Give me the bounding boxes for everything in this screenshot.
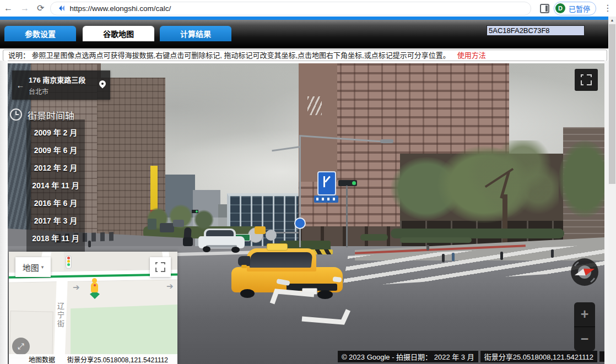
instruction-bar: 说明： 参照卫星图像点选两点可获得海拔数据,右键点击可删除标记, 拖动标记可改变… [3, 50, 607, 61]
fullscreen-icon [155, 262, 165, 272]
drag-arrow-icon[interactable]: ➔ [166, 281, 174, 291]
usage-link[interactable]: 使用方法 [457, 51, 486, 59]
profile-status-label: 已暂停 [569, 3, 590, 14]
expand-icon: ⤢ [18, 341, 24, 351]
hotel-sign-wall [299, 63, 337, 182]
reload-icon[interactable]: ⟳ [37, 0, 44, 17]
timeline-item[interactable]: 2018 年 11 月 [26, 230, 85, 247]
traffic-light-icon [66, 256, 72, 269]
map-attribution-bar: 地图数据 街景分享25.0518008,121.5421112 [9, 354, 177, 364]
blue-info-sign [314, 195, 338, 203]
url-text: https://www.elongshi.com/calc/ [69, 4, 171, 13]
pedestrian [426, 245, 429, 251]
profile-chip[interactable]: D 已暂停 [554, 2, 596, 15]
attribution-stub [599, 351, 604, 362]
left-margin [0, 61, 8, 364]
pedestrian [452, 253, 455, 261]
hotel-logo [307, 96, 322, 115]
pegman[interactable] [89, 278, 100, 300]
traffic-light [338, 180, 357, 186]
address-city: 台北市 [29, 86, 97, 96]
streetview-canvas[interactable]: ← 176 南京東路三段 台北市 街景时间轴 2009 年 2 月 2009 年… [8, 63, 604, 364]
map-pin-icon[interactable] [97, 70, 110, 100]
distant-vehicle [148, 219, 156, 230]
timeline-item[interactable]: 2014 年 11 月 [26, 177, 85, 194]
distant-car [160, 223, 174, 232]
site-favicon [57, 4, 65, 12]
drag-arrow-icon[interactable]: ➔ [73, 282, 80, 292]
address-panel: ← 176 南京東路三段 台北市 [12, 70, 110, 100]
round-sign-back [266, 230, 277, 241]
timeline-item[interactable]: 2009 年 2 月 [26, 124, 85, 142]
pedestrian [88, 241, 91, 247]
distant-car [173, 220, 184, 227]
google-copyright: © 2023 Google - 拍摄日期： 2022 年 3 月 [338, 351, 478, 362]
map-park-area [71, 305, 177, 355]
clock-icon [10, 108, 22, 121]
inset-expand-button[interactable]: ⤢ [12, 338, 30, 355]
street-name-label: 辽宁街 [55, 302, 66, 329]
hedge-row [360, 234, 388, 241]
back-arrow-icon[interactable]: ← [12, 80, 29, 90]
map-type-button[interactable]: 地图 ▾ [15, 257, 51, 277]
tree-trunk [502, 194, 507, 251]
tab-parameter-settings[interactable]: 参数设置 [4, 26, 76, 41]
pedestrian [500, 252, 503, 260]
scrollbar-up-icon[interactable]: ▲ [608, 17, 616, 22]
page-scrollbar: ▲ [608, 17, 616, 364]
tab-google-map[interactable]: 谷歌地图 [83, 26, 154, 41]
tab-calc-result[interactable]: 计算结果 [160, 26, 231, 41]
zoom-out-button[interactable]: − [574, 327, 595, 351]
motorcycle-rider [183, 227, 194, 247]
distant-taxi [255, 226, 266, 234]
fullscreen-icon [581, 74, 592, 85]
browser-toolbar: ← → ⟳ https://www.elongshi.com/calc/ D 已… [0, 0, 616, 17]
attribution-bar: © 2023 Google - 拍摄日期： 2022 年 3 月 街景分享25.… [338, 351, 604, 362]
scrollbar-thumb[interactable] [609, 24, 615, 184]
compass-control[interactable] [570, 258, 599, 286]
avatar: D [555, 3, 565, 13]
timeline-item[interactable]: 2016 年 6 月 [26, 194, 85, 212]
back-icon[interactable]: ← [4, 0, 13, 17]
pedestrian [442, 254, 445, 262]
streetview-fullscreen-button[interactable] [575, 69, 598, 91]
zoom-in-button[interactable]: + [574, 302, 595, 327]
road-arrow-markings [267, 284, 388, 328]
blue-highway-sign [317, 171, 336, 195]
street-lamp-head [380, 139, 393, 143]
map-type-label: 地图 [23, 262, 39, 273]
map-data-label[interactable]: 地图数据 [29, 355, 55, 364]
large-tree-crown [465, 140, 559, 223]
address-bar[interactable]: https://www.elongshi.com/calc/ [50, 2, 531, 15]
timeline-item[interactable]: 2017 年 3 月 [26, 212, 85, 230]
zoom-control: + − [574, 302, 595, 351]
traffic-light-pole [346, 186, 348, 247]
map-fullscreen-button[interactable] [150, 257, 171, 277]
pedestrian [551, 249, 554, 258]
street-lamp-pole [299, 136, 301, 247]
timeline-item[interactable]: 2009 年 6 月 [26, 142, 85, 159]
hedge-row [400, 237, 472, 243]
blue-circle-sign [294, 218, 306, 229]
serial-input[interactable] [487, 25, 585, 36]
forward-icon[interactable]: → [20, 0, 29, 17]
right-margin [604, 61, 608, 364]
map-share-label[interactable]: 街景分享25.0518008,121.5421112 [67, 355, 168, 364]
address-title: 176 南京東路三段 [29, 74, 97, 85]
timeline-item[interactable]: 2012 年 2 月 [26, 159, 85, 177]
menu-icon[interactable]: ⋮ [603, 0, 612, 17]
caret-down-icon: ▾ [41, 264, 44, 270]
timeline-panel: 2009 年 2 月 2009 年 6 月 2012 年 2 月 2014 年 … [26, 119, 85, 256]
traffic-light-far [192, 210, 198, 213]
map-inset[interactable]: 地图 ▾ ➔ ➔ 辽宁街 ⤢ 地图数据 街景分享25.0518008,121.5… [9, 252, 177, 364]
instruction-text: 说明： 参照卫星图像点选两点可获得海拔数据,右键点击可删除标记, 拖动标记可改变… [8, 51, 450, 59]
side-panel-icon[interactable] [540, 4, 549, 13]
share-coordinates[interactable]: 街景分享25.0518008,121.5421112 [480, 351, 597, 362]
